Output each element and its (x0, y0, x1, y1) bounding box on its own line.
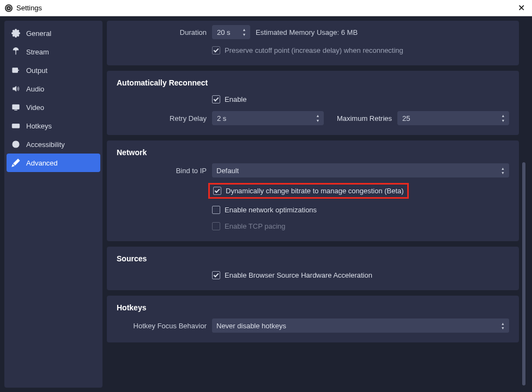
chevron-down-icon: ▼ (501, 326, 505, 330)
browser-accel-checkbox[interactable] (212, 271, 220, 279)
duration-value: 20 s (217, 28, 231, 36)
tcp-pacing-checkbox (212, 222, 220, 230)
spin-down-icon[interactable]: ▼ (499, 119, 507, 123)
spin-up-icon[interactable]: ▲ (499, 114, 507, 118)
duration-label: Duration (117, 28, 207, 36)
spin-down-icon[interactable]: ▼ (240, 33, 249, 37)
svg-rect-7 (13, 105, 19, 109)
window-title: Settings (16, 4, 42, 12)
reconnect-enable-checkbox[interactable] (212, 95, 220, 103)
sidebar-item-label: Advanced (26, 159, 58, 167)
chevron-up-icon: ▲ (501, 322, 505, 326)
svg-point-4 (15, 50, 16, 51)
tools-icon (11, 158, 21, 168)
network-opt-label: Enable network optimizations (225, 206, 317, 214)
bind-ip-value: Default (216, 167, 239, 175)
sidebar-item-stream[interactable]: Stream (4, 42, 102, 61)
max-retries-value: 25 (402, 114, 410, 122)
sidebar-item-label: Video (26, 103, 44, 112)
browser-accel-label: Enable Browser Source Hardware Accelerat… (225, 271, 372, 279)
panel-hotkeys: Hotkeys Hotkey Focus Behavior Never disa… (107, 296, 519, 342)
scrollbar-thumb[interactable] (522, 162, 525, 385)
svg-rect-9 (12, 124, 19, 128)
panel-network: Network Bind to IP Default ▲▼ Dynamicall… (107, 140, 519, 241)
spin-up-icon[interactable]: ▲ (240, 28, 249, 32)
hotkey-focus-label: Hotkey Focus Behavior (117, 322, 207, 330)
panel-title-hotkeys: Hotkeys (117, 303, 509, 312)
retry-delay-spinner[interactable]: 2 s ▲▼ (212, 111, 324, 125)
sidebar-item-output[interactable]: Output (4, 61, 102, 79)
hotkey-focus-value: Never disable hotkeys (216, 322, 286, 330)
settings-sidebar: General Stream Output Audio Video Hotkey… (4, 21, 102, 388)
sidebar-item-label: Hotkeys (26, 122, 52, 130)
svg-point-6 (18, 70, 19, 71)
tcp-pacing-label: Enable TCP pacing (225, 222, 286, 230)
preserve-cutoff-checkbox (212, 46, 220, 54)
bind-ip-label: Bind to IP (117, 167, 207, 175)
hotkey-focus-select[interactable]: Never disable hotkeys ▲▼ (212, 318, 509, 333)
sidebar-item-label: Accessibility (26, 140, 65, 149)
panel-title-reconnect: Automatically Reconnect (117, 78, 509, 87)
sidebar-item-hotkeys[interactable]: Hotkeys (4, 117, 102, 135)
sidebar-item-label: Audio (26, 85, 44, 93)
settings-content: Duration 20 s ▲▼ Estimated Memory Usage:… (107, 21, 528, 388)
app-icon (4, 4, 13, 13)
bind-ip-select[interactable]: Default ▲▼ (212, 163, 509, 177)
svg-rect-5 (13, 68, 17, 72)
memory-hint: Estimated Memory Usage: 6 MB (256, 28, 358, 36)
retry-delay-value: 2 s (217, 114, 226, 122)
dynamic-bitrate-highlight: Dynamically change bitrate to manage con… (208, 183, 409, 199)
close-button[interactable]: ✕ (515, 3, 528, 13)
max-retries-spinner[interactable]: 25 ▲▼ (397, 111, 509, 125)
max-retries-label: Maximum Retries (329, 114, 392, 122)
antenna-icon (11, 47, 21, 57)
panel-auto-reconnect: Automatically Reconnect Enable Retry Del… (107, 71, 519, 135)
svg-point-2 (8, 7, 9, 9)
sidebar-item-accessibility[interactable]: Accessibility (4, 135, 102, 154)
duration-spinner[interactable]: 20 s ▲▼ (212, 25, 250, 39)
spin-down-icon[interactable]: ▼ (313, 119, 322, 123)
speaker-icon (11, 84, 21, 94)
window-titlebar: Settings ✕ (0, 0, 532, 16)
dynamic-bitrate-label: Dynamically change bitrate to manage con… (226, 187, 404, 195)
sidebar-item-general[interactable]: General (4, 24, 102, 42)
network-opt-checkbox[interactable] (212, 206, 220, 214)
accessibility-icon (11, 139, 21, 149)
dynamic-bitrate-checkbox[interactable] (213, 187, 221, 195)
gear-icon (11, 28, 21, 38)
reconnect-enable-label: Enable (225, 95, 246, 103)
preserve-cutoff-label: Preserve cutoff point (increase delay) w… (225, 46, 403, 54)
keyboard-icon (11, 121, 21, 131)
sidebar-item-label: General (26, 29, 51, 38)
monitor-icon (11, 102, 21, 112)
panel-stream-delay: Duration 20 s ▲▼ Estimated Memory Usage:… (107, 21, 519, 65)
output-icon (11, 65, 21, 75)
panel-title-sources: Sources (117, 254, 509, 263)
chevron-up-icon: ▲ (501, 167, 505, 170)
retry-delay-label: Retry Delay (117, 114, 207, 122)
panel-sources: Sources Enable Browser Source Hardware A… (107, 247, 519, 290)
panel-title-network: Network (117, 148, 509, 157)
chevron-down-icon: ▼ (501, 171, 505, 175)
sidebar-item-label: Stream (26, 48, 49, 56)
sidebar-item-audio[interactable]: Audio (4, 79, 102, 98)
sidebar-item-label: Output (26, 66, 47, 75)
spin-up-icon[interactable]: ▲ (313, 114, 322, 118)
sidebar-item-advanced[interactable]: Advanced (7, 154, 100, 172)
svg-point-16 (15, 142, 16, 143)
sidebar-item-video[interactable]: Video (4, 98, 102, 117)
